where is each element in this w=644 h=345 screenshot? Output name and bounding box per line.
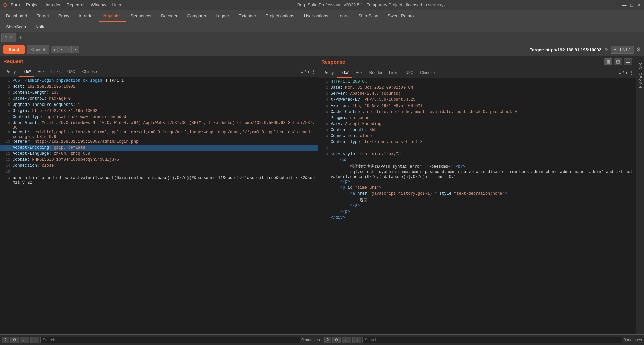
response-line-12: 12 [318, 146, 636, 152]
tabs-menu-button[interactable]: ⋮ [637, 34, 643, 41]
request-line-2: 2 Host: 192.168.81.195:10002 [0, 84, 318, 90]
menu-intruder[interactable]: Intruder [46, 2, 61, 7]
nav-decoder[interactable]: Decoder [156, 10, 182, 22]
request-line-7: 7 Content-Type: application/x-www-form-u… [0, 115, 318, 121]
request-search-input[interactable] [40, 337, 300, 343]
view-compact-icon[interactable]: ▬ [624, 58, 632, 65]
menu-burp[interactable]: Burp [11, 2, 20, 7]
inspector-label[interactable]: INSPECTOR [638, 62, 642, 90]
app-title: Burp Suite Professional v2022.5.1 - Temp… [121, 2, 622, 7]
menu-bar: Burp Project Intruder Repeater Window He… [11, 2, 121, 7]
response-tab-chinese[interactable]: Chinese [417, 67, 438, 78]
nav2-knife[interactable]: Knife [31, 22, 50, 32]
response-tab-pretty[interactable]: Pretty [320, 67, 337, 78]
minimize-button[interactable]: — [622, 2, 627, 8]
tab-1-close[interactable]: ✕ [9, 35, 12, 40]
prev-button[interactable]: ‹ [51, 46, 58, 53]
request-tab-chinese[interactable]: Chinese [79, 66, 100, 77]
nav-extender[interactable]: Extender [234, 10, 261, 22]
request-next-button[interactable]: → [30, 337, 39, 343]
http-version-selector[interactable]: HTTP/1.1 [611, 46, 634, 54]
toolbar: Send Cancel ‹ ▾ › ▾ Target: http://192.1… [0, 43, 644, 56]
response-tab-raw[interactable]: Raw [337, 67, 352, 78]
request-tab-raw[interactable]: Raw [19, 66, 34, 77]
response-help-button[interactable]: ? [324, 337, 331, 343]
nav2-shiroscan[interactable]: ShiroScan [1, 22, 31, 32]
nav-bar: Dashboard Target Proxy Intruder Repeater… [0, 10, 644, 22]
response-line-6: 6 Cache-Control: no-store, no-cache, mus… [318, 110, 636, 116]
cancel-button[interactable]: Cancel [27, 45, 49, 54]
request-tabs: Pretty Raw Hex Links U2C Chinese ≡ \n ⋮ [0, 66, 318, 77]
request-wrap-icon[interactable]: ≡ [300, 69, 303, 74]
response-tab-u2c[interactable]: U2C [402, 67, 417, 78]
view-list-icon[interactable]: ▤ [614, 58, 622, 65]
next-button[interactable]: › [65, 46, 72, 53]
close-button[interactable]: ✕ [637, 2, 641, 8]
request-prev-button[interactable]: ← [20, 337, 29, 343]
response-menu-icon[interactable]: ⋮ [629, 70, 634, 75]
response-line-4: 4 X-Powered-By: PHP/5.5.9-1ubuntu4.25 [318, 97, 636, 104]
add-tab-button[interactable]: + [17, 34, 24, 41]
response-tab-links[interactable]: Links [386, 67, 402, 78]
nav-dashboard[interactable]: Dashboard [1, 10, 32, 22]
tab-1[interactable]: 1 ✕ [1, 33, 16, 42]
window-controls: — □ ✕ [622, 2, 641, 8]
response-prev-button[interactable]: ← [342, 337, 351, 343]
request-panel-header: Request [0, 56, 318, 66]
response-tab-hex[interactable]: Hex [352, 67, 366, 78]
nav-repeater[interactable]: Repeater [99, 10, 126, 22]
response-line-14: <p> [318, 158, 636, 164]
nav-user-options[interactable]: User options [299, 10, 333, 22]
main-content: Request Pretty Raw Hex Links U2C Chinese… [0, 56, 644, 334]
request-menu-icon[interactable]: ⋮ [311, 69, 316, 74]
view-split-icon[interactable]: ▦ [604, 58, 612, 65]
request-tab-u2c[interactable]: U2C [64, 66, 79, 77]
response-line-1: 1 HTTP/1.1 200 OK [318, 79, 636, 85]
response-next-button[interactable]: → [352, 337, 361, 343]
request-line-1: 1 POST /admin/login.php?action=ck_login … [0, 78, 318, 84]
nav-shiroscan[interactable]: ShiroScan [354, 10, 383, 22]
response-line-17: </p> [318, 179, 636, 185]
nav-proxy[interactable]: Proxy [54, 10, 74, 22]
nav-intruder[interactable]: Intruder [74, 10, 99, 22]
nav-sequencer[interactable]: Sequencer [126, 10, 156, 22]
menu-window[interactable]: Window [91, 2, 106, 7]
response-line-18: <p id="time_url"> [318, 185, 636, 191]
maximize-button[interactable]: □ [631, 2, 633, 8]
request-settings-button[interactable]: ⚙ [10, 337, 19, 343]
request-line-14: 14 Connection: close [0, 163, 318, 169]
next-drop-button[interactable]: ▾ [72, 46, 79, 53]
request-newline-icon[interactable]: \n [305, 69, 309, 74]
nav-sweet-potato[interactable]: Sweet Potato [383, 10, 418, 22]
response-search-input[interactable] [362, 337, 622, 343]
edit-target-icon[interactable]: ✎ [605, 47, 609, 52]
nav-project-options[interactable]: Project options [261, 10, 299, 22]
menu-repeater[interactable]: Repeater [67, 2, 85, 7]
response-line-22: </p> [318, 209, 636, 215]
title-bar: ⬡ Burp Project Intruder Repeater Window … [0, 0, 644, 10]
request-tab-links[interactable]: Links [48, 66, 64, 77]
nav-target[interactable]: Target [32, 10, 54, 22]
send-button[interactable]: Send [3, 45, 25, 54]
request-line-4: 4 Cache-Control: max-age=0 [0, 96, 318, 102]
nav-comparer[interactable]: Comparer [182, 10, 211, 22]
prev-drop-button[interactable]: ▾ [58, 46, 65, 53]
response-bottom: ? ⚙ ← → 0 matches [322, 337, 644, 343]
request-tab-hex[interactable]: Hex [34, 66, 48, 77]
request-tab-pretty[interactable]: Pretty [2, 66, 19, 77]
response-tab-render[interactable]: Render [366, 67, 386, 78]
request-panel: Request Pretty Raw Hex Links U2C Chinese… [0, 56, 318, 334]
request-help-button[interactable]: ? [2, 337, 9, 343]
nav-logger[interactable]: Logger [211, 10, 234, 22]
settings-icon[interactable]: ⚙ [636, 46, 641, 53]
response-line-5: 5 Expires: Thu, 19 Nov 1981 08:52:00 GMT [318, 104, 636, 110]
response-wrap-icon[interactable]: ≡ [618, 70, 621, 75]
response-panel-header: Response ▦ ▤ ▬ [318, 56, 636, 67]
response-line-10: 10 Connection: close [318, 134, 636, 140]
response-newline-icon[interactable]: \n [623, 70, 627, 75]
response-line-2: 2 Date: Mon, 31 Oct 2022 09:02:09 GMT [318, 85, 636, 91]
menu-project[interactable]: Project [26, 2, 39, 7]
menu-help[interactable]: Help [112, 2, 121, 7]
nav-learn[interactable]: Learn [333, 10, 354, 22]
response-settings-button[interactable]: ⚙ [332, 337, 341, 343]
